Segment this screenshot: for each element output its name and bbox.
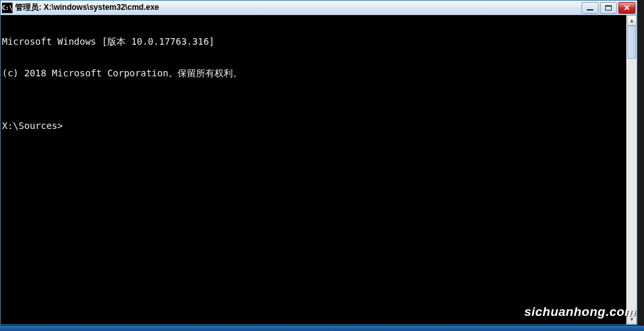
vertical-scrollbar[interactable]: ▲ ▼: [626, 15, 637, 324]
close-icon: ✕: [624, 4, 630, 12]
window-title: 管理员: X:\windows\system32\cmd.exe: [15, 2, 580, 13]
watermark-text: sichuanhong.com: [524, 305, 636, 319]
cmd-icon: C:\: [2, 3, 12, 13]
terminal-area[interactable]: Microsoft Windows [版本 10.0.17763.316] (c…: [1, 15, 637, 324]
terminal-prompt: X:\Sources>: [2, 120, 635, 131]
scroll-thumb[interactable]: [628, 26, 636, 59]
taskbar-strip: [0, 326, 644, 331]
cmd-window: C:\ 管理员: X:\windows\system32\cmd.exe ✕ M…: [0, 0, 637, 325]
minimize-icon: [587, 9, 593, 11]
scroll-track[interactable]: [627, 26, 637, 314]
terminal-line-version: Microsoft Windows [版本 10.0.17763.316]: [2, 36, 635, 47]
window-controls: ✕: [580, 2, 635, 14]
close-button[interactable]: ✕: [618, 2, 635, 14]
minimize-button[interactable]: [582, 2, 599, 14]
maximize-button[interactable]: [600, 2, 617, 14]
scroll-up-button[interactable]: ▲: [627, 15, 637, 26]
titlebar[interactable]: C:\ 管理员: X:\windows\system32\cmd.exe ✕: [1, 1, 637, 15]
chevron-up-icon: ▲: [630, 18, 635, 24]
maximize-icon: [605, 5, 612, 11]
terminal-line-copyright: (c) 2018 Microsoft Corporation。保留所有权利。: [2, 68, 635, 78]
